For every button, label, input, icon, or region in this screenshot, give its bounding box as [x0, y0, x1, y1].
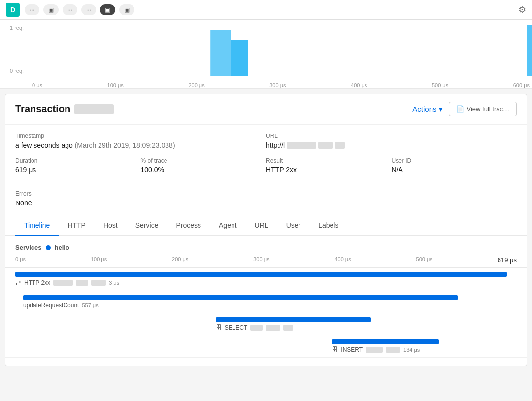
nav-item-5[interactable]: ▣	[100, 4, 115, 15]
tab-http[interactable]: HTTP	[59, 215, 95, 236]
result-label: Result	[266, 157, 392, 164]
nav-item-2[interactable]: ▣	[43, 4, 59, 15]
trace-row-select[interactable]: 🗄 SELECT	[5, 313, 527, 335]
x-label-200: 200 μs	[188, 82, 204, 88]
nav-item-6[interactable]: ▣	[119, 4, 134, 15]
x-label-100: 100 μs	[107, 82, 124, 88]
transaction-title-blurred	[74, 104, 114, 114]
trace-info-3: 🗄 SELECT	[31, 324, 517, 331]
header-actions: Actions ▾ 📄 View full trac…	[412, 102, 517, 116]
view-trace-label: View full trac…	[467, 105, 509, 113]
db-icon-3: 🗄	[216, 324, 222, 331]
timestamp-field: Timestamp a few seconds ago (March 29th …	[15, 133, 266, 149]
trace-label-1: HTTP 2xx	[24, 279, 50, 286]
pct-trace-label: % of trace	[141, 157, 266, 164]
tab-url[interactable]: URL	[246, 215, 277, 236]
url-value: http://l	[266, 141, 345, 149]
services-label: Services	[15, 244, 42, 251]
tab-timeline[interactable]: Timeline	[15, 215, 59, 236]
trace-row-insert[interactable]: 🗄 INSERT 134 μs	[5, 335, 527, 358]
service-dot	[46, 245, 51, 250]
view-full-trace-button[interactable]: 📄 View full trac…	[449, 102, 517, 116]
x-label-600: 600 μs	[513, 82, 530, 88]
nav-avatar[interactable]: D	[6, 3, 20, 17]
trace-label-4: INSERT	[341, 346, 363, 353]
tab-agent[interactable]: Agent	[210, 215, 246, 236]
trace-info-4: 🗄 INSERT 134 μs	[31, 346, 517, 353]
ruler-200: 200 μs	[172, 256, 188, 264]
x-label-500: 500 μs	[432, 82, 448, 88]
chart-y-labels: 1 req. 0 req.	[10, 25, 24, 74]
url-blur-2	[318, 142, 333, 149]
ruler-100: 100 μs	[91, 256, 107, 264]
trace-row-update[interactable]: updateRequestCount 557 μs	[5, 291, 527, 313]
nav-items: ··· ▣ ··· ··· ▣ ▣	[25, 4, 134, 15]
settings-icon[interactable]: ⚙	[518, 4, 526, 15]
ruler-300: 300 μs	[253, 256, 269, 264]
trace-bar-area-3	[31, 317, 517, 322]
trace-blur-1a	[53, 280, 73, 286]
errors-label: Errors	[15, 190, 517, 197]
top-nav: D ··· ▣ ··· ··· ▣ ▣ ⚙	[0, 0, 532, 20]
trace-duration-2: 557 μs	[82, 302, 98, 308]
trace-blur-1c	[91, 280, 106, 286]
nav-item-3[interactable]: ···	[63, 4, 77, 15]
metadata-grid: Timestamp a few seconds ago (March 29th …	[5, 125, 527, 182]
result-value: HTTP 2xx	[266, 166, 392, 174]
trace-label-3: SELECT	[225, 324, 248, 331]
trace-duration-1: 3 μs	[109, 280, 119, 286]
trace-blur-3a	[250, 325, 263, 331]
user-id-label: User ID	[392, 157, 517, 164]
http-icon: ⇄	[15, 279, 21, 287]
services-header: Services hello	[5, 244, 527, 256]
trace-blur-4b	[386, 347, 400, 353]
svg-rect-0	[210, 30, 231, 76]
nav-item-4[interactable]: ···	[81, 4, 96, 15]
timestamp-label: Timestamp	[15, 133, 266, 139]
trace-label-2: updateRequestCount	[23, 302, 79, 309]
timeline-content: Services hello 0 μs 100 μs 200 μs 300 μs…	[5, 236, 527, 366]
trace-row-http[interactable]: ⇄ HTTP 2xx 3 μs	[5, 268, 527, 291]
ruler-400: 400 μs	[334, 256, 351, 264]
x-label-300: 300 μs	[269, 82, 286, 88]
tab-user[interactable]: User	[277, 215, 310, 236]
errors-value: None	[15, 199, 517, 207]
pct-trace-field: % of trace 100.0%	[141, 157, 266, 174]
trace-bar-1	[15, 272, 507, 277]
duration-label: Duration	[15, 157, 141, 164]
actions-button[interactable]: Actions ▾	[412, 105, 442, 114]
trace-duration-4: 134 μs	[403, 347, 420, 353]
document-icon: 📄	[456, 105, 464, 113]
trace-blur-1b	[76, 280, 88, 286]
ruler-0: 0 μs	[15, 256, 26, 264]
trace-blur-3c	[283, 325, 293, 331]
trace-bar-4	[332, 339, 439, 344]
chart-area: 1 req. 0 req. 0 μs 100 μs 200 μs 300 μs …	[0, 20, 532, 89]
transaction-title-text: Transaction	[15, 103, 70, 115]
url-field: URL http://l	[266, 133, 517, 149]
tab-process[interactable]: Process	[167, 215, 210, 236]
chevron-down-icon: ▾	[439, 105, 443, 114]
url-blur-1	[287, 142, 316, 149]
chart-y-label-bottom: 0 req.	[10, 68, 24, 74]
tabs: Timeline HTTP Host Service Process Agent…	[5, 215, 527, 236]
result-field: Result HTTP 2xx	[266, 157, 392, 174]
svg-rect-1	[231, 40, 248, 76]
trace-blur-4a	[366, 347, 383, 353]
nav-item-1[interactable]: ···	[25, 4, 39, 15]
tab-service[interactable]: Service	[127, 215, 167, 236]
tab-host[interactable]: Host	[95, 215, 127, 236]
main-content: Transaction Actions ▾ 📄 View full trac… …	[5, 94, 527, 366]
actions-label: Actions	[412, 105, 436, 113]
trace-info-2: updateRequestCount 557 μs	[23, 302, 517, 309]
ruler-total: 619 μs	[498, 256, 517, 264]
tab-labels[interactable]: Labels	[309, 215, 347, 236]
transaction-title: Transaction	[15, 103, 114, 115]
trace-blur-3b	[266, 325, 280, 331]
trace-container: ⇄ HTTP 2xx 3 μs updateRequestCount 557 μ…	[5, 267, 527, 358]
trace-bar-area-1	[15, 272, 517, 277]
timeline-ruler: 0 μs 100 μs 200 μs 300 μs 400 μs 500 μs …	[5, 256, 527, 264]
svg-rect-2	[527, 25, 532, 76]
pct-trace-value: 100.0%	[141, 166, 266, 174]
chart-y-label-top: 1 req.	[10, 25, 24, 31]
